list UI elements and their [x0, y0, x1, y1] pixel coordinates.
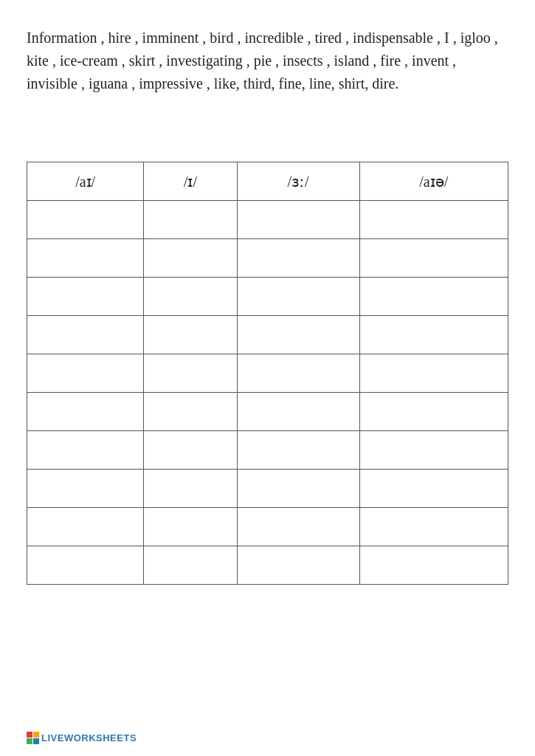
cell[interactable]: [359, 316, 508, 354]
table-row: [27, 316, 508, 354]
cell[interactable]: [27, 431, 144, 470]
cell[interactable]: [359, 393, 508, 431]
header-3: /ɜː/: [237, 162, 359, 201]
cell[interactable]: [237, 546, 359, 585]
table-row: [27, 278, 508, 316]
cell[interactable]: [27, 546, 144, 585]
header-ai: /aɪ/: [27, 162, 144, 201]
cell[interactable]: [237, 431, 359, 470]
cell[interactable]: [237, 393, 359, 431]
cell[interactable]: [144, 508, 237, 546]
table-row: [27, 201, 508, 239]
logo-square-blue: [33, 738, 39, 744]
cell[interactable]: [27, 239, 144, 278]
cell[interactable]: [359, 508, 508, 546]
cell[interactable]: [359, 201, 508, 239]
cell[interactable]: [359, 239, 508, 278]
table-row: [27, 239, 508, 278]
cell[interactable]: [237, 239, 359, 278]
phonetics-table: /aɪ/ /ɪ/ /ɜː/ /aɪə/: [27, 162, 508, 585]
cell[interactable]: [237, 201, 359, 239]
cell[interactable]: [359, 278, 508, 316]
cell[interactable]: [359, 470, 508, 508]
logo-squares-icon: [27, 732, 39, 744]
logo-square-yellow: [33, 732, 39, 738]
cell[interactable]: [359, 431, 508, 470]
table-row: [27, 393, 508, 431]
table-section: /aɪ/ /ɪ/ /ɜː/ /aɪə/: [27, 162, 508, 585]
cell[interactable]: [144, 201, 237, 239]
cell[interactable]: [237, 470, 359, 508]
cell[interactable]: [237, 508, 359, 546]
cell[interactable]: [27, 201, 144, 239]
cell[interactable]: [237, 278, 359, 316]
cell[interactable]: [144, 546, 237, 585]
cell[interactable]: [144, 278, 237, 316]
table-header-row: /aɪ/ /ɪ/ /ɜː/ /aɪə/: [27, 162, 508, 201]
cell[interactable]: [359, 546, 508, 585]
cell[interactable]: [237, 316, 359, 354]
header-aie: /aɪə/: [359, 162, 508, 201]
page: Information , hire , imminent , bird , i…: [0, 0, 535, 756]
table-row: [27, 508, 508, 546]
cell[interactable]: [144, 393, 237, 431]
logo-square-green: [27, 738, 32, 744]
cell[interactable]: [27, 354, 144, 393]
cell[interactable]: [144, 470, 237, 508]
table-row: [27, 546, 508, 585]
liveworksheets-logo: LIVEWORKSHEETS: [27, 732, 137, 744]
cell[interactable]: [144, 239, 237, 278]
cell[interactable]: [144, 354, 237, 393]
table-row: [27, 431, 508, 470]
cell[interactable]: [359, 354, 508, 393]
table-row: [27, 354, 508, 393]
liveworksheets-label: LIVEWORKSHEETS: [41, 732, 137, 743]
header-i: /ɪ/: [144, 162, 237, 201]
cell[interactable]: [27, 393, 144, 431]
cell[interactable]: [27, 278, 144, 316]
cell[interactable]: [144, 316, 237, 354]
logo-square-red: [27, 732, 32, 738]
word-list: Information , hire , imminent , bird , i…: [27, 27, 508, 95]
cell[interactable]: [144, 431, 237, 470]
cell[interactable]: [27, 316, 144, 354]
cell[interactable]: [237, 354, 359, 393]
table-row: [27, 470, 508, 508]
cell[interactable]: [27, 470, 144, 508]
cell[interactable]: [27, 508, 144, 546]
footer: LIVEWORKSHEETS: [27, 732, 137, 744]
